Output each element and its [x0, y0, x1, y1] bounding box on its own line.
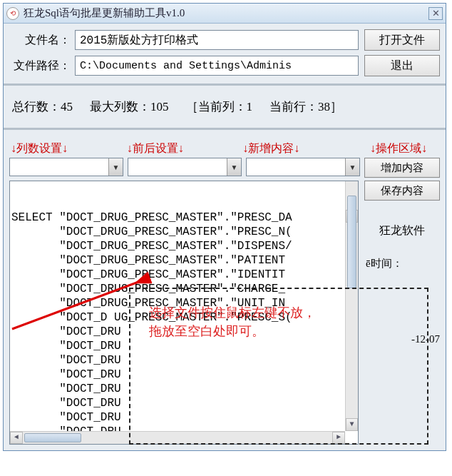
brand-label: 狂龙软件 — [364, 206, 440, 238]
filepath-field[interactable] — [75, 56, 359, 76]
combo-new-content[interactable]: ▼ — [246, 158, 360, 176]
side-column: 保存内容 狂龙软件 ē时间： -12-07 — [364, 181, 440, 445]
horizontal-scrollbar[interactable]: ◄ ► — [10, 431, 345, 444]
hdr-around-setting: ↓前后设置↓ — [127, 141, 243, 156]
filename-label: 文件名： — [9, 33, 75, 48]
window-title: 狂龙Sql语句批星更新辅助工具v1.0 — [24, 6, 428, 20]
exit-button[interactable]: 退出 — [364, 55, 440, 76]
status-row: 总行数：45 最大列数：105 ［当前列：1 当前行：38］ — [9, 93, 440, 121]
max-cols: 最大列数：105 — [90, 98, 169, 115]
combo-col-setting[interactable]: ▼ — [9, 158, 123, 176]
app-icon: ⟲ — [6, 7, 19, 20]
scroll-right-icon[interactable]: ► — [332, 432, 345, 444]
divider-2 — [4, 128, 446, 130]
scroll-left-icon[interactable]: ◄ — [10, 432, 23, 444]
hdr-col-setting: ↓列数设置↓ — [11, 141, 127, 156]
scroll-down-icon[interactable]: ▼ — [346, 418, 358, 431]
filename-field[interactable] — [75, 30, 359, 50]
hscroll-thumb[interactable] — [24, 433, 81, 442]
chevron-down-icon: ▼ — [345, 158, 359, 176]
app-window: ⟲ 狂龙Sql语句批星更新辅助工具v1.0 ✕ 文件名： 打开文件 文件路径： … — [3, 3, 446, 451]
vscroll-thumb[interactable] — [347, 196, 356, 288]
titlebar[interactable]: ⟲ 狂龙Sql语句批星更新辅助工具v1.0 ✕ — [4, 4, 446, 24]
divider-1 — [4, 83, 446, 86]
sql-editor[interactable]: SELECT "DOCT_DRUG_PRESC_MASTER"."PRESC_D… — [9, 181, 359, 445]
client-area: 文件名： 打开文件 文件路径： 退出 总行数：45 最大列数：105 ［当前列：… — [4, 24, 446, 450]
filepath-label: 文件路径： — [9, 59, 75, 74]
total-rows: 总行数：45 — [12, 98, 73, 115]
add-content-button[interactable]: 增加内容 — [364, 158, 440, 178]
time-label: ē时间： — [364, 244, 440, 270]
date-fragment: -12-07 — [364, 276, 440, 345]
cur-row: 当前行：38］ — [269, 98, 342, 115]
hdr-new-content: ↓新增内容↓ — [242, 141, 359, 156]
close-icon[interactable]: ✕ — [428, 7, 443, 20]
cur-col: ［当前列：1 — [186, 98, 253, 115]
combo-around-setting[interactable]: ▼ — [128, 158, 242, 176]
vertical-scrollbar[interactable]: ▲ ▼ — [345, 181, 358, 431]
chevron-down-icon: ▼ — [108, 158, 123, 176]
open-file-button[interactable]: 打开文件 — [364, 29, 440, 51]
section-headers: ↓列数设置↓ ↓前后设置↓ ↓新增内容↓ ↓操作区域↓ — [9, 137, 440, 158]
chevron-down-icon: ▼ — [227, 158, 241, 176]
save-content-button[interactable]: 保存内容 — [364, 181, 440, 201]
hdr-op-area: ↓操作区域↓ — [359, 141, 438, 156]
